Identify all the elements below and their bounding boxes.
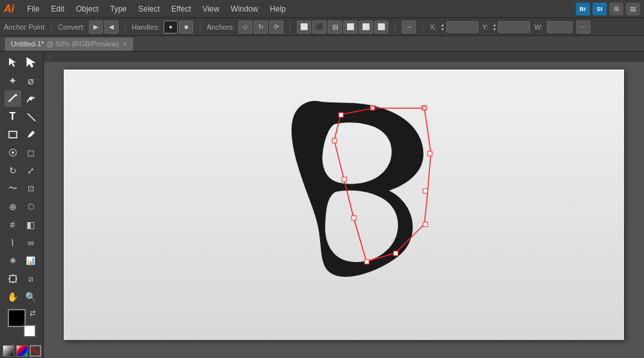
handles-btn-1[interactable]: ● xyxy=(164,21,178,33)
anchor-point xyxy=(339,113,343,117)
blend-tool[interactable]: ∞ xyxy=(23,234,39,251)
y-down-arrow[interactable]: ▼ xyxy=(493,27,497,32)
options-more-btn[interactable]: ⋯ xyxy=(576,21,591,33)
header-icons: Br St ⊞ ≋ xyxy=(576,3,640,15)
menubar: Ai File Edit Object Type Select Effect V… xyxy=(0,0,644,18)
menu-view[interactable]: View xyxy=(198,3,225,15)
tab-close-button[interactable]: × xyxy=(123,41,127,48)
hand-tool[interactable]: ✋ xyxy=(5,288,21,305)
svg-point-3 xyxy=(30,97,32,100)
stock-icon[interactable]: St xyxy=(592,3,607,15)
warp-tool[interactable]: 〜 xyxy=(5,180,21,197)
tool-row-10: # ◧ xyxy=(5,216,39,233)
lasso-tool[interactable]: ⌀ xyxy=(23,72,39,89)
graph-tool[interactable]: 📊 xyxy=(23,252,39,269)
anchor-point xyxy=(352,216,356,220)
selection-tool[interactable] xyxy=(5,54,21,71)
anchors-btn-1[interactable]: ◇ xyxy=(238,21,252,33)
y-up-arrow[interactable]: ▲ xyxy=(493,23,497,27)
x-label: X: xyxy=(430,23,436,31)
rectangle-tool[interactable] xyxy=(5,126,21,143)
svg-rect-5 xyxy=(10,276,16,282)
menu-edit[interactable]: Edit xyxy=(46,3,70,15)
align-btn-2[interactable]: ⬛ xyxy=(312,21,327,33)
tool-row-11: ⌇ ∞ xyxy=(5,234,39,251)
zoom-tool[interactable]: 🔍 xyxy=(23,288,39,305)
erase-tool[interactable]: ◻ xyxy=(23,144,39,161)
dist-btn-1[interactable]: ↔ xyxy=(402,21,416,33)
slice-tool[interactable]: ⧄ xyxy=(23,270,39,287)
menu-effect[interactable]: Effect xyxy=(166,3,196,15)
gradient-tool[interactable]: ◧ xyxy=(23,216,39,233)
grid-icon[interactable]: ⊞ xyxy=(609,3,623,15)
pencil-tool[interactable] xyxy=(23,126,39,143)
swap-colors-icon[interactable]: ⇄ xyxy=(30,309,36,316)
anchor-point-label: Anchor Point xyxy=(4,23,44,31)
mesh-tool[interactable]: # xyxy=(5,216,21,233)
blob-brush-tool[interactable]: ⦿ xyxy=(5,144,21,161)
svg-marker-0 xyxy=(9,58,16,67)
align-btn-5[interactable]: ⬜ xyxy=(359,21,373,33)
menu-file[interactable]: File xyxy=(22,3,44,15)
align-btn-3[interactable]: ▤ xyxy=(328,21,342,33)
menu-select[interactable]: Select xyxy=(133,3,165,15)
tool-row-14: ✋ 🔍 xyxy=(5,288,39,305)
type-tool[interactable]: T xyxy=(5,108,21,125)
convert-btn-2[interactable]: ◀ xyxy=(104,21,118,33)
tool-row-9: ⊕ ⬡ xyxy=(5,198,39,215)
menu-type[interactable]: Type xyxy=(105,3,132,15)
anchors-btn-2[interactable]: ↻ xyxy=(254,21,268,33)
anchor-point xyxy=(393,251,398,256)
menu-help[interactable]: Help xyxy=(265,3,291,15)
shape-builder-tool[interactable]: ⊕ xyxy=(5,198,21,215)
handles-btn-2[interactable]: ■ xyxy=(179,21,193,33)
wave-icon[interactable]: ≋ xyxy=(626,3,640,15)
perspective-tool[interactable]: ⬡ xyxy=(23,198,39,215)
artboard-tool[interactable] xyxy=(5,270,21,287)
tool-row-1 xyxy=(5,54,39,71)
align-btn-1[interactable]: ⬜ xyxy=(297,21,311,33)
tool-row-7: ↻ ⤢ xyxy=(5,162,39,179)
options-bar: Anchor Point Convert: ▶ ◀ Handles: ● ■ A… xyxy=(0,18,644,36)
svg-rect-4 xyxy=(9,131,17,138)
direct-selection-tool[interactable] xyxy=(23,54,39,71)
scale-tool[interactable]: ⤢ xyxy=(23,162,39,179)
eyedropper-tool[interactable]: ⌇ xyxy=(5,234,21,251)
menu-object[interactable]: Object xyxy=(71,3,104,15)
default-colors-icon[interactable] xyxy=(3,345,14,357)
rotate-tool[interactable]: ↻ xyxy=(5,162,21,179)
ruler-top: ← xyxy=(44,52,644,62)
document-tab[interactable]: Untitled-1*@ 50% (RGB/Preview) × xyxy=(4,37,134,51)
anchors-buttons: ◇ ↻ ⟳ xyxy=(238,21,283,33)
symbol-tool[interactable]: ❋ xyxy=(5,252,21,269)
w-value-input[interactable]: 319% xyxy=(547,21,573,33)
x-down-arrow[interactable]: ▼ xyxy=(440,27,445,32)
svg-marker-1 xyxy=(27,58,34,67)
y-label: Y: xyxy=(482,23,489,31)
magic-wand-tool[interactable]: ✦ xyxy=(5,72,21,89)
y-value-input[interactable]: 318 px xyxy=(498,21,530,33)
canvas-svg xyxy=(64,70,624,340)
bridge-icon[interactable]: Br xyxy=(576,3,590,15)
align-btn-6[interactable]: ⬜ xyxy=(374,21,388,33)
none-icon[interactable] xyxy=(30,345,41,357)
free-transform-tool[interactable]: ⊡ xyxy=(23,180,39,197)
anchor-point xyxy=(428,151,432,156)
x-up-arrow[interactable]: ▲ xyxy=(440,23,445,27)
anchors-btn-3[interactable]: ⟳ xyxy=(269,21,283,33)
canvas-area: ← xyxy=(44,52,644,358)
convert-btn-1[interactable]: ▶ xyxy=(89,21,103,33)
menu-window[interactable]: Window xyxy=(225,3,263,15)
align-btn-4[interactable]: ⬜ xyxy=(343,21,357,33)
anchor-point xyxy=(365,259,369,264)
tool-row-12: ❋ 📊 xyxy=(5,252,39,269)
anchors-label: Anchors: xyxy=(207,23,234,31)
line-tool[interactable]: | xyxy=(19,105,43,129)
pen-tool[interactable] xyxy=(5,90,21,107)
color-icon[interactable] xyxy=(16,345,28,357)
toolbar: ✦ ⌀ T | xyxy=(0,52,44,358)
x-value-input[interactable]: 833 px xyxy=(446,21,478,33)
tool-row-8: 〜 ⊡ xyxy=(5,180,39,197)
tool-row-2: ✦ ⌀ xyxy=(5,72,39,89)
stroke-color-swatch[interactable] xyxy=(23,325,36,337)
